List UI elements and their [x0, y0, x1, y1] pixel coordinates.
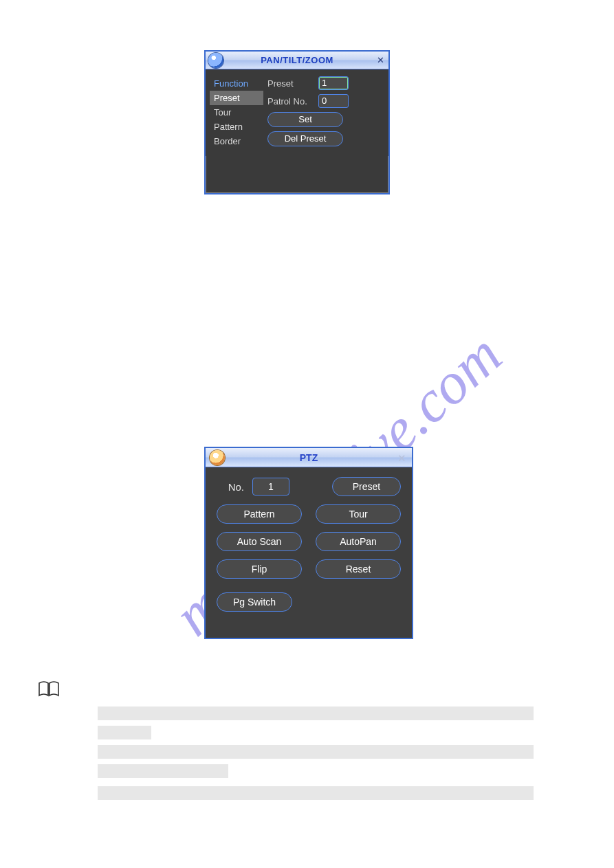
reset-button[interactable]: Reset: [316, 559, 401, 579]
redacted-bar: [98, 745, 534, 759]
function-sidebar: Function Preset Tour Pattern Border: [210, 76, 263, 151]
dialog-title: PTZ: [206, 452, 412, 463]
ptz-config-dialog: PAN/TILT/ZOOM ✕ Function Preset Tour Pat…: [204, 50, 390, 194]
dialog-body: Function Preset Tour Pattern Border Pres…: [206, 69, 388, 156]
close-button[interactable]: ✕: [397, 452, 406, 465]
pg-switch-button[interactable]: Pg Switch: [217, 592, 292, 612]
auto-scan-button[interactable]: Auto Scan: [217, 532, 302, 551]
autopan-button[interactable]: AutoPan: [316, 532, 401, 551]
no-input[interactable]: 1: [252, 478, 289, 496]
set-button[interactable]: Set: [267, 112, 343, 127]
redacted-bar: [98, 706, 534, 720]
preset-label: Preset: [267, 78, 314, 89]
button-grid: Pattern Tour Auto Scan AutoPan Flip Rese…: [217, 504, 401, 579]
sidebar-item-pattern[interactable]: Pattern: [210, 120, 263, 134]
sidebar-item-preset[interactable]: Preset: [210, 91, 263, 105]
preset-button[interactable]: Preset: [332, 477, 401, 496]
del-preset-button[interactable]: Del Preset: [267, 131, 343, 146]
dialog-titlebar: PTZ ✕: [206, 448, 412, 467]
sidebar-item-function[interactable]: Function: [210, 76, 263, 91]
dialog-body: No. 1 Preset Pattern Tour Auto Scan Auto…: [206, 467, 412, 619]
sidebar-item-tour[interactable]: Tour: [210, 105, 263, 120]
ptz-control-dialog: PTZ ✕ No. 1 Preset Pattern Tour Auto Sca…: [204, 447, 413, 639]
note-book-icon: [39, 680, 59, 697]
patrol-no-label: Patrol No.: [267, 96, 314, 107]
redacted-bar: [98, 786, 534, 800]
redacted-bar: [98, 726, 151, 739]
no-label: No.: [217, 481, 244, 493]
tour-button[interactable]: Tour: [316, 504, 401, 524]
sidebar-item-border[interactable]: Border: [210, 134, 263, 148]
dialog-titlebar: PAN/TILT/ZOOM ✕: [206, 52, 388, 69]
number-row: No. 1 Preset: [217, 477, 401, 496]
patrol-no-input[interactable]: 0: [318, 94, 349, 108]
preset-form: Preset 1 Patrol No. 0 Set Del Preset: [267, 76, 383, 151]
dialog-title: PAN/TILT/ZOOM: [206, 55, 388, 65]
preset-input[interactable]: 1: [318, 76, 349, 90]
redacted-bar: [98, 764, 228, 778]
flip-button[interactable]: Flip: [217, 559, 302, 579]
pattern-button[interactable]: Pattern: [217, 504, 302, 524]
close-button[interactable]: ✕: [377, 55, 384, 65]
